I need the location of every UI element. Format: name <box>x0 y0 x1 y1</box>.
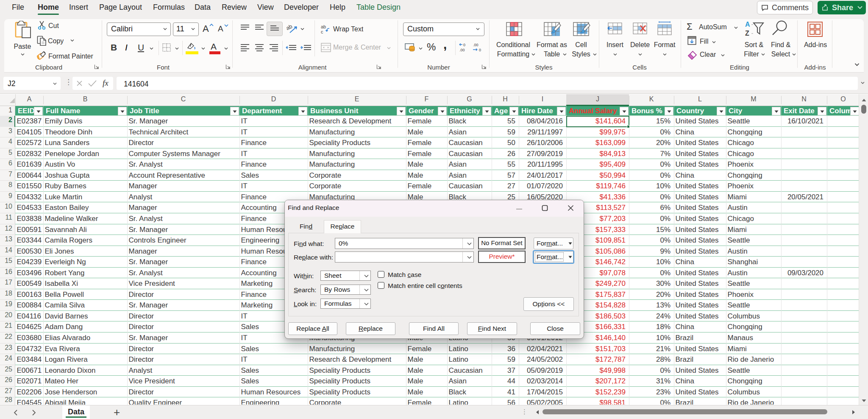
svg-text:c: c <box>321 29 323 34</box>
svg-text:.00: .00 <box>473 43 479 47</box>
svg-text:Z: Z <box>745 30 749 36</box>
svg-text:ab: ab <box>321 24 326 29</box>
svg-text:0: 0 <box>463 43 465 47</box>
svg-text:0: 0 <box>479 48 481 52</box>
svg-text:A: A <box>745 21 750 28</box>
svg-text:.00: .00 <box>459 48 465 52</box>
